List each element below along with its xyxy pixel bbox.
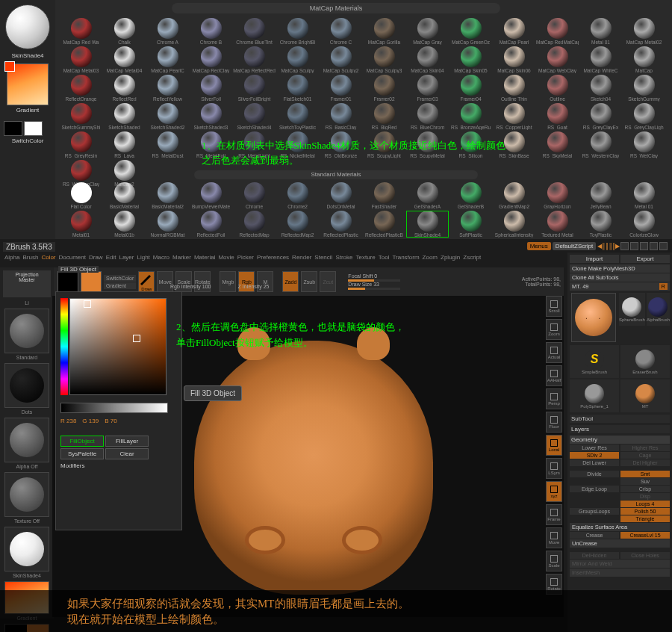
syspalette-button[interactable]: SysPalette [60,448,104,459]
material-BasicMaterial2[interactable]: BasicMaterial2 [146,182,189,209]
material-ReflectOrange[interactable]: ReflectOrange [60,75,102,102]
clone-make-button[interactable]: Clone Make PolyMesh3D [570,264,670,273]
menu-render[interactable]: Render [292,254,311,264]
closeholes-button[interactable]: Close Holes [620,552,670,559]
material-MatCap Metal04[interactable]: MatCap Metal04 [103,46,146,73]
menu-texture[interactable]: Texture [356,254,376,264]
side-persp[interactable]: Persp [546,388,562,409]
higher-res-button[interactable]: Higher Res [620,444,670,451]
menu-movie[interactable]: Movie [218,254,234,264]
side-scale[interactable]: Scale [546,551,562,571]
divide-button[interactable]: Divide [570,471,619,477]
tray-texture off[interactable] [4,472,49,517]
material-Metal01b[interactable]: Metal01b [103,211,146,238]
side-zoom[interactable]: Zoom [546,319,562,340]
menu-marker[interactable]: Marker [172,254,191,264]
zcut-button[interactable]: Zcut [320,271,336,292]
mirror-button[interactable]: Mirror And Weld [570,560,670,568]
tool-polysphere_1[interactable]: PolySphere_1 [570,379,619,412]
zint-slider[interactable]: Z Intensity 25 [237,284,269,289]
side-lsym[interactable]: LSym [546,458,562,479]
material-MatCap WebClay[interactable]: MatCap WebClay [536,46,579,73]
material-SketchShaded3[interactable]: SketchShaded3 [190,103,232,130]
menu-tool[interactable]: Tool [379,254,390,264]
material-Outline[interactable]: Outline [536,75,579,102]
active-tool-preview[interactable] [571,293,616,342]
material-SilverFoil[interactable]: SilverFoil [190,75,232,102]
shelf-switchcolor[interactable]: SwitchColor [104,275,136,282]
side-actual[interactable]: Actual [546,342,562,363]
material-Metal 01[interactable]: Metal 01 [623,182,665,209]
material-RS_SkyMetal[interactable]: RS_SkyMetal [536,131,579,158]
draw-mode-button[interactable]: Draw [138,271,155,292]
disp-button[interactable]: Disp [620,493,670,500]
material-MatCap WhiteC[interactable]: MatCap WhiteC [579,46,622,73]
material-DotsOnMetal[interactable]: DotsOnMetal [320,182,362,209]
material-SkinShade4[interactable]: SkinShade4 [406,211,449,238]
menu-transform[interactable]: Transform [392,254,419,264]
material-Sketch04[interactable]: Sketch04 [579,75,622,102]
menus-button[interactable]: Menus [527,242,551,250]
material-ColorizeGlow[interactable]: ColorizeGlow [623,211,665,238]
material-Framer03[interactable]: Framer03 [406,75,449,102]
clear-button[interactable]: Clear [105,448,149,459]
side-scroll[interactable]: Scroll [546,296,562,317]
shelf-swatch-orange[interactable] [81,271,102,292]
material-MatCap Red Wa[interactable]: MatCap Red Wa [60,18,102,45]
material-RS_MetalDust[interactable]: RS_MetalDust [146,131,189,158]
menu-color[interactable]: Color [41,254,55,264]
material-Chrome A[interactable]: Chrome A [146,18,189,45]
material-Chrome BrightBl[interactable]: Chrome BrightBl [276,18,319,45]
material-SketchShaded2[interactable]: SketchShaded2 [146,103,189,130]
material-RS_BasicClay[interactable]: RS_BasicClay [320,103,362,130]
crisp-button[interactable]: Crisp [620,486,670,492]
black-swatch[interactable] [4,121,22,136]
edgeloop-button[interactable]: Edge Loop [570,486,619,492]
material-MatCap Gorilla[interactable]: MatCap Gorilla [363,18,405,45]
material-MatCap Metal02[interactable]: MatCap Metal02 [623,18,665,45]
material-Chrome B[interactable]: Chrome B [190,18,232,45]
material-RS_CopperLight[interactable]: RS_CopperLight [493,103,535,130]
fillobject-button[interactable]: FillObject [60,436,104,447]
r-value[interactable]: R 238 [60,418,76,424]
zadd-button[interactable]: Zadd [282,271,299,292]
material-Metal 01[interactable]: Metal 01 [579,18,622,45]
tool-eraserbrush[interactable]: EraserBrush [620,345,670,378]
material-ReflectYellow[interactable]: ReflectYellow [146,75,189,102]
menu-zplugin[interactable]: Zplugin [441,254,460,264]
clone-all-button[interactable]: Clone All SubTools [570,273,670,282]
window-icon-3[interactable] [640,242,648,250]
material-Metal01[interactable]: Metal01 [60,211,102,238]
material-RS_WetClay[interactable]: RS_WetClay [623,131,665,158]
material-Chrome BlueTint[interactable]: Chrome BlueTint [233,18,276,45]
del-higher-button[interactable]: Del Higher [620,459,670,466]
material-SilverFoilBright[interactable]: SilverFoilBright [233,75,276,102]
draw-label[interactable]: Draw Size 33 [348,282,400,287]
material-MatCap RedMatCap[interactable]: MatCap RedMatCap [536,18,579,45]
material-MatCap Sculpy3[interactable]: MatCap Sculpy3 [363,46,405,73]
material-GelShaderA[interactable]: GelShaderA [406,182,449,209]
material-ReflectedFoil[interactable]: ReflectedFoil [190,211,232,238]
material-Framer02[interactable]: Framer02 [363,75,405,102]
material-Framer04[interactable]: Framer04 [449,75,492,102]
default-zscript[interactable]: DefaultZScript [553,242,597,250]
sdiv-slider[interactable]: SDiv 2 [570,452,619,459]
material-RS_WesternClay[interactable]: RS_WesternClay [579,131,622,158]
r-toggle[interactable]: R [659,283,668,290]
material-Textured Metal[interactable]: Textured Metal [536,211,579,238]
material-ReflectedMap2[interactable]: ReflectedMap2 [276,211,319,238]
material-RS_Goat[interactable]: RS_Goat [536,103,579,130]
menu-preferences[interactable]: Preferences [257,254,289,264]
material-MatCap Metal03[interactable]: MatCap Metal03 [60,46,102,73]
export-button[interactable]: Export [620,255,670,263]
material-RS_GreyResin[interactable]: RS_GreyResin [60,131,102,158]
shelf-swatch-black[interactable] [57,271,78,292]
side-local[interactable]: Local [546,435,562,456]
focal-label[interactable]: Focal Shift 0 [348,273,400,279]
material-SketchShaded[interactable]: SketchShaded [103,103,146,130]
window-icon-2[interactable] [630,242,638,250]
material-RS_GreyClayLigh[interactable]: RS_GreyClayLigh [623,103,665,130]
del-lower-button[interactable]: Del Lower [570,459,619,466]
tool-simplebrush[interactable]: SSimpleBrush [570,345,619,378]
material-Flat Color[interactable]: Flat Color [60,182,102,209]
